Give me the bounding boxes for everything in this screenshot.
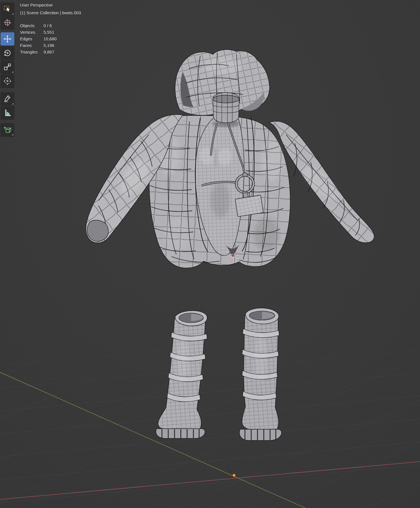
stat-row-triangles: Triangles 9,867 bbox=[20, 49, 57, 55]
rotate-tool-button[interactable] bbox=[1, 46, 14, 60]
left-cuff-opening bbox=[87, 220, 108, 241]
annotate-pencil-icon bbox=[3, 95, 11, 103]
stat-row-faces: Faces 5,196 bbox=[20, 42, 57, 49]
annotate-tool-button[interactable] bbox=[1, 92, 14, 105]
stat-label: Objects bbox=[20, 23, 43, 28]
stat-row-objects: Objects 0 / 6 bbox=[20, 22, 57, 29]
stat-value: 9,867 bbox=[43, 50, 54, 54]
add-cube-tool-button[interactable] bbox=[1, 123, 14, 136]
stat-label: Edges bbox=[20, 36, 43, 41]
blender-viewport[interactable]: User Perspective (1) Scene Collection | … bbox=[0, 0, 420, 508]
stat-row-vertices: Vertices 5,551 bbox=[20, 29, 57, 36]
transform-tool-button[interactable] bbox=[1, 74, 14, 88]
stat-label: Triangles bbox=[20, 50, 43, 54]
measure-ruler-icon bbox=[3, 109, 11, 117]
scale-icon bbox=[3, 63, 11, 71]
stat-value: 0 / 6 bbox=[43, 23, 52, 28]
add-cube-icon bbox=[3, 126, 11, 134]
scene-collection-breadcrumb: (1) Scene Collection | boots.003 bbox=[20, 10, 81, 15]
rotate-icon bbox=[3, 49, 11, 57]
object-origin-dot bbox=[233, 474, 235, 477]
stat-label: Vertices bbox=[20, 30, 43, 35]
measure-tool-button[interactable] bbox=[1, 106, 14, 119]
bodysuit-collar[interactable] bbox=[213, 92, 239, 123]
stat-value: 10,680 bbox=[43, 36, 57, 41]
stat-value: 5,196 bbox=[43, 43, 54, 48]
scene-statistics: Objects 0 / 6 Vertices 5,551 Edges 10,68… bbox=[20, 22, 57, 55]
select-box-icon bbox=[3, 5, 11, 13]
stat-row-edges: Edges 10,680 bbox=[20, 36, 57, 42]
right-boot-sole bbox=[239, 429, 282, 440]
3d-cursor-icon bbox=[3, 19, 11, 27]
viewport-canvas[interactable] bbox=[0, 0, 420, 508]
move-tool-button[interactable] bbox=[1, 32, 14, 46]
view-perspective-label: User Perspective bbox=[20, 2, 53, 8]
transform-icon bbox=[3, 77, 11, 85]
select-box-tool-button[interactable] bbox=[1, 2, 14, 15]
scale-tool-button[interactable] bbox=[1, 60, 14, 74]
move-icon bbox=[3, 35, 11, 43]
right-boot-mesh[interactable] bbox=[239, 308, 282, 440]
cursor-tool-button[interactable] bbox=[1, 16, 14, 29]
stat-label: Faces bbox=[20, 43, 43, 48]
stat-value: 5,551 bbox=[43, 30, 54, 35]
